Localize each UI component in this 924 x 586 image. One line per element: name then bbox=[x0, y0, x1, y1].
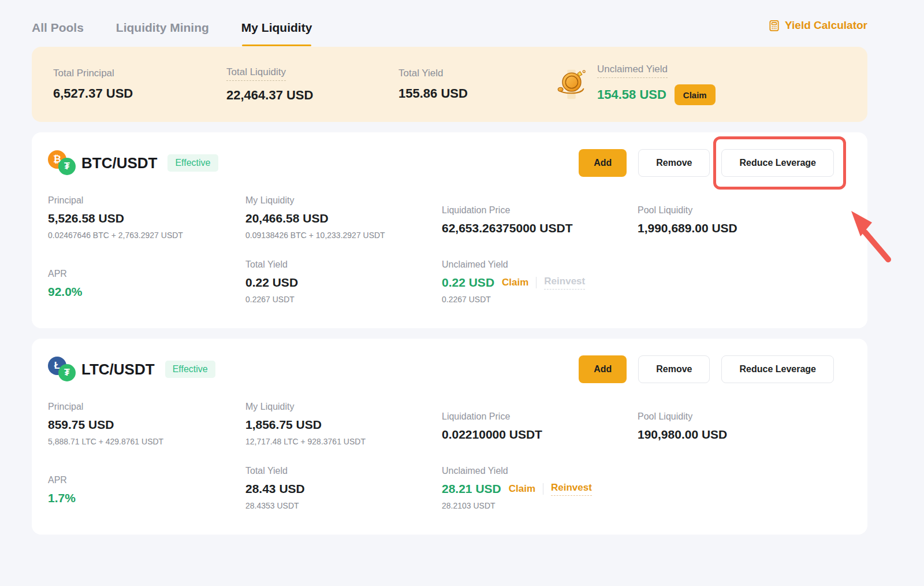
pool-liquidity-value: 1,990,689.00 USD bbox=[638, 221, 851, 235]
pool-stats-row-1: Principal 5,526.58 USD 0.02467646 BTC + … bbox=[48, 195, 851, 240]
remove-button[interactable]: Remove bbox=[638, 149, 710, 177]
unclaimed-yield-cell: Unclaimed Yield 28.21 USD Claim Reinvest… bbox=[442, 466, 638, 510]
apr-value: 1.7% bbox=[48, 491, 245, 505]
empty-cell bbox=[638, 466, 851, 510]
reinvest-link[interactable]: Reinvest bbox=[551, 482, 592, 496]
summary-banner: Total Principal 6,527.37 USD Total Liqui… bbox=[32, 47, 867, 122]
divider bbox=[536, 277, 536, 288]
total-liquidity: Total Liquidity 22,464.37 USD bbox=[226, 66, 398, 103]
principal-cell: Principal 859.75 USD 5,888.71 LTC + 429.… bbox=[48, 402, 245, 446]
liquidation-price-value: 62,653.26375000 USDT bbox=[442, 221, 638, 235]
pool-actions: Add Remove Reduce Leverage bbox=[579, 149, 851, 177]
pool-liquidity-label: Pool Liquidity bbox=[638, 205, 851, 216]
apr-label: APR bbox=[48, 269, 245, 279]
claim-link[interactable]: Claim bbox=[502, 277, 528, 288]
total-yield-cell: Total Yield 28.43 USD 28.4353 USDT bbox=[245, 466, 442, 510]
pool-stats-row-2: APR 92.0% Total Yield 0.22 USD 0.2267 US… bbox=[48, 259, 851, 304]
reduce-leverage-button[interactable]: Reduce Leverage bbox=[721, 149, 834, 177]
pool-card-ltc-usdt: Ł ₮ LTC/USDT Effective Add Remove Reduce… bbox=[32, 339, 867, 535]
total-yield-cell: Total Yield 0.22 USD 0.2267 USDT bbox=[245, 259, 442, 304]
remove-button[interactable]: Remove bbox=[638, 355, 710, 383]
unclaimed-yield-value: 0.22 USD bbox=[442, 276, 494, 290]
principal-detail: 5,888.71 LTC + 429.8761 USDT bbox=[48, 437, 245, 446]
page: All Pools Liquidity Mining My Liquidity … bbox=[32, 0, 867, 535]
liquidation-price-value: 0.02210000 USDT bbox=[442, 428, 638, 442]
principal-label: Principal bbox=[48, 195, 245, 206]
my-liquidity-cell: My Liquidity 1,856.75 USD 12,717.48 LTC … bbox=[245, 402, 442, 446]
pool-liquidity-value: 190,980.00 USD bbox=[638, 428, 851, 442]
liquidation-price-label: Liquidation Price bbox=[442, 411, 638, 422]
pair-name: LTC/USDT bbox=[81, 361, 155, 379]
total-yield-label: Total Yield bbox=[245, 259, 442, 270]
principal-value: 5,526.58 USD bbox=[48, 212, 245, 225]
unclaimed-yield-label[interactable]: Unclaimed Yield bbox=[597, 64, 668, 78]
usdt-coin-icon: ₮ bbox=[58, 364, 76, 381]
pool-stats-row-1: Principal 859.75 USD 5,888.71 LTC + 429.… bbox=[48, 402, 851, 446]
status-badge: Effective bbox=[167, 154, 218, 172]
apr-cell: APR 1.7% bbox=[48, 466, 245, 510]
tab-bar: All Pools Liquidity Mining My Liquidity … bbox=[32, 0, 867, 41]
pool-header: Ł ₮ LTC/USDT Effective Add Remove Reduce… bbox=[48, 355, 851, 384]
claim-all-button[interactable]: Claim bbox=[675, 84, 716, 105]
my-liquidity-label: My Liquidity bbox=[245, 402, 442, 412]
my-liquidity-cell: My Liquidity 20,466.58 USD 0.09138426 BT… bbox=[245, 195, 442, 240]
yield-calculator-label: Yield Calculator bbox=[785, 19, 867, 32]
apr-value: 92.0% bbox=[48, 285, 245, 299]
tab-my-liquidity[interactable]: My Liquidity bbox=[241, 21, 312, 46]
my-liquidity-detail: 12,717.48 LTC + 928.3761 USDT bbox=[245, 437, 442, 446]
unclaimed-yield-label: Unclaimed Yield bbox=[442, 466, 638, 476]
tab-liquidity-mining[interactable]: Liquidity Mining bbox=[116, 21, 209, 46]
total-yield-detail: 28.4353 USDT bbox=[245, 501, 442, 510]
divider bbox=[543, 483, 543, 495]
unclaimed-yield-detail: 28.2103 USDT bbox=[442, 501, 638, 510]
pair-icons: Ł ₮ bbox=[48, 357, 76, 382]
yield-calculator-link[interactable]: Yield Calculator bbox=[768, 19, 867, 32]
pair-name: BTC/USDT bbox=[81, 154, 157, 172]
unclaimed-yield-value: 154.58 USD bbox=[597, 87, 666, 102]
reduce-leverage-button[interactable]: Reduce Leverage bbox=[721, 355, 834, 383]
total-yield-detail: 0.2267 USDT bbox=[245, 295, 442, 304]
pool-header: ₿ ₮ BTC/USDT Effective Add Remove Reduce… bbox=[48, 149, 851, 177]
pool-actions: Add Remove Reduce Leverage bbox=[579, 355, 851, 383]
coin-illustration-icon bbox=[554, 66, 588, 102]
add-button[interactable]: Add bbox=[579, 355, 627, 383]
total-yield-value: 0.22 USD bbox=[245, 276, 442, 290]
liquidation-price-label: Liquidation Price bbox=[442, 205, 638, 216]
pool-stats-row-2: APR 1.7% Total Yield 28.43 USD 28.4353 U… bbox=[48, 466, 851, 510]
my-liquidity-label: My Liquidity bbox=[245, 195, 442, 206]
total-principal-label: Total Principal bbox=[53, 68, 226, 79]
my-liquidity-detail: 0.09138426 BTC + 10,233.2927 USDT bbox=[245, 231, 442, 240]
apr-label: APR bbox=[48, 475, 245, 485]
total-liquidity-label[interactable]: Total Liquidity bbox=[226, 66, 286, 81]
liquidation-price-cell: Liquidation Price 62,653.26375000 USDT bbox=[442, 195, 638, 240]
total-principal: Total Principal 6,527.37 USD bbox=[53, 68, 226, 101]
pool-liquidity-cell: Pool Liquidity 1,990,689.00 USD bbox=[638, 195, 851, 240]
principal-value: 859.75 USD bbox=[48, 418, 245, 432]
calculator-icon bbox=[768, 20, 780, 32]
liquidation-price-cell: Liquidation Price 0.02210000 USDT bbox=[442, 402, 638, 446]
empty-cell bbox=[638, 259, 851, 304]
usdt-coin-icon: ₮ bbox=[58, 158, 76, 175]
total-yield-label: Total Yield bbox=[245, 466, 442, 476]
pool-liquidity-label: Pool Liquidity bbox=[638, 411, 851, 422]
pool-card-btc-usdt: ₿ ₮ BTC/USDT Effective Add Remove Reduce… bbox=[32, 132, 867, 328]
reinvest-link: Reinvest bbox=[544, 276, 585, 290]
pair-icons: ₿ ₮ bbox=[48, 150, 76, 176]
pool-liquidity-cell: Pool Liquidity 190,980.00 USD bbox=[638, 402, 851, 446]
my-liquidity-value: 1,856.75 USD bbox=[245, 418, 442, 432]
unclaimed-yield-value: 28.21 USD bbox=[442, 482, 501, 496]
status-badge: Effective bbox=[165, 361, 215, 378]
unclaimed-yield-group: Unclaimed Yield 154.58 USD Claim bbox=[554, 64, 716, 105]
claim-link[interactable]: Claim bbox=[509, 483, 535, 495]
total-liquidity-value: 22,464.37 USD bbox=[226, 88, 398, 103]
add-button[interactable]: Add bbox=[579, 149, 627, 177]
my-liquidity-value: 20,466.58 USD bbox=[245, 212, 442, 225]
unclaimed-yield-detail: 0.2267 USDT bbox=[442, 295, 638, 304]
total-yield: Total Yield 155.86 USD bbox=[398, 68, 546, 101]
total-yield-label: Total Yield bbox=[398, 68, 546, 79]
tab-all-pools[interactable]: All Pools bbox=[32, 21, 84, 46]
principal-detail: 0.02467646 BTC + 2,763.2927 USDT bbox=[48, 231, 245, 240]
unclaimed-yield-label: Unclaimed Yield bbox=[442, 259, 638, 270]
principal-cell: Principal 5,526.58 USD 0.02467646 BTC + … bbox=[48, 195, 245, 240]
principal-label: Principal bbox=[48, 402, 245, 412]
